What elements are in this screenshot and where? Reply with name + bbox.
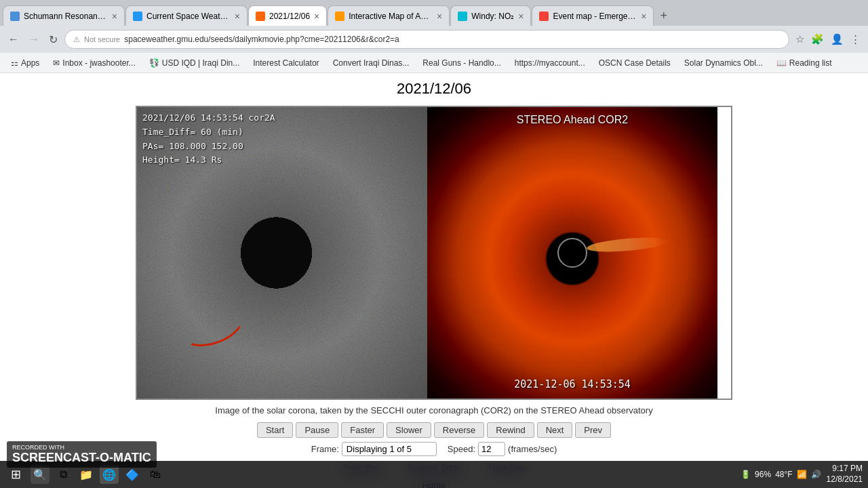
address-bar-row: ← → ↻ ⚠ Not secure spaceweather.gmu.edu/… (0, 26, 868, 53)
tab-title-3: 2021/12/06 (269, 12, 310, 21)
taskview-icon[interactable]: ⧉ (54, 465, 73, 484)
not-secure-label: Not secure (84, 35, 120, 43)
tab-close-1[interactable]: × (112, 11, 117, 22)
bookmark-oscn[interactable]: OSCN Case Details (593, 57, 676, 69)
bookmark-apps[interactable]: ⚏ Apps (5, 57, 45, 69)
extensions-button[interactable]: 🧩 (809, 31, 826, 47)
diff-time-diff: Time_Diff= 60 (min) (142, 125, 275, 140)
tab-2[interactable]: Current Space Weather - S... × (125, 5, 248, 26)
diff-pas: PAs= 108.000 152.00 (142, 140, 275, 154)
frame-input[interactable] (342, 442, 437, 456)
taskbar-icons: 🔍 ⧉ 📁 🌐 🔷 🛍 (31, 465, 165, 484)
bookmark-real-guns[interactable]: Real Guns - Handlo... (417, 57, 506, 69)
slower-button[interactable]: Slower (387, 422, 431, 438)
refresh-button[interactable]: ↻ (46, 30, 60, 49)
diff-overlay-text: 2021/12/06 14:53:54 cor2A Time_Diff= 60 … (142, 111, 275, 167)
tab-title-2: Current Space Weather - S... (146, 12, 231, 21)
fps-label: (frames/sec) (508, 444, 557, 454)
browser-actions: ☆ 🧩 👤 ⋮ (793, 31, 863, 47)
tab-close-3[interactable]: × (314, 11, 319, 22)
inbox-icon: ✉ (53, 58, 60, 68)
controls-buttons-row: Start Pause Faster Slower Reverse Rewind… (257, 422, 611, 438)
menu-button[interactable]: ⋮ (848, 31, 863, 47)
wifi-icon: 📶 (797, 470, 807, 479)
temperature: 48°F (775, 470, 792, 479)
tab-favicon-3 (256, 12, 265, 21)
watermark: RECORDED WITH SCREENCAST-O-MATIC (7, 441, 157, 468)
tabs-row: Schumann Resonance Too... × Current Spac… (0, 0, 868, 26)
battery-level: 96% (755, 470, 771, 479)
profile-button[interactable]: 👤 (829, 31, 846, 47)
images-container: 2021/12/06 14:53:54 cor2A Time_Diff= 60 … (136, 106, 732, 400)
tab-title-5: Windy: NO₂ (471, 12, 514, 21)
tab-close-2[interactable]: × (235, 11, 240, 22)
stereo-occulter-disk (557, 238, 587, 268)
new-tab-button[interactable]: + (654, 6, 673, 26)
system-tray: 🔋 96% 48°F 📶 🔊 (741, 470, 821, 479)
bookmark-myaccount[interactable]: https://myaccount... (509, 57, 591, 69)
currency-icon: 💱 (149, 58, 159, 68)
next-button[interactable]: Next (537, 422, 573, 438)
pause-button[interactable]: Pause (296, 422, 338, 438)
tab-4[interactable]: Interactive Map of Active V... × (328, 5, 450, 26)
tab-favicon-2 (133, 12, 142, 21)
clock-time: 9:17 PM (827, 464, 863, 474)
file-explorer-icon[interactable]: 📁 (77, 465, 96, 484)
watermark-brand: SCREENCAST-O-MATIC (12, 451, 151, 465)
apps-icon: ⚏ (11, 58, 18, 68)
rewind-button[interactable]: Rewind (487, 422, 534, 438)
bookmark-star-button[interactable]: ☆ (793, 31, 806, 47)
tab-favicon-5 (458, 12, 467, 21)
tab-title-6: Event map - Emergency an... (553, 12, 637, 21)
faster-button[interactable]: Faster (341, 422, 384, 438)
forward-button[interactable]: → (26, 30, 42, 48)
reading-list-icon: 📖 (776, 58, 787, 68)
clock-date: 12/8/2021 (827, 474, 863, 485)
tab-3-active[interactable]: 2021/12/06 × (248, 5, 327, 26)
diff-timestamp: 2021/12/06 14:53:54 cor2A (142, 111, 275, 125)
stereo-label: STEREO Ahead COR2 (517, 114, 629, 126)
speed-input[interactable] (478, 442, 505, 456)
tab-5[interactable]: Windy: NO₂ × (450, 5, 531, 26)
watermark-title: RECORDED WITH (12, 444, 151, 451)
tab-favicon-6 (539, 12, 549, 21)
tab-title-4: Interactive Map of Active V... (349, 12, 433, 21)
bookmark-usd-iqd[interactable]: 💱 USD IQD | Iraqi Din... (144, 57, 245, 69)
bookmarks-bar: ⚏ Apps ✉ Inbox - jwashooter... 💱 USD IQD… (0, 53, 868, 73)
stereo-image-bg: STEREO Ahead COR2 2021-12-06 14:53:54 (427, 107, 717, 399)
bookmark-solar-dynamics[interactable]: Solar Dynamics Obl... (679, 57, 768, 69)
reverse-button[interactable]: Reverse (434, 422, 484, 438)
image-caption: Image of the solar corona, taken by the … (215, 405, 652, 415)
bookmark-interest-calc[interactable]: Interest Calculator (248, 57, 324, 69)
address-bar[interactable]: ⚠ Not secure spaceweather.gmu.edu/seeds/… (64, 30, 789, 49)
bookmark-convert-dinar[interactable]: Convert Iraqi Dinas... (328, 57, 415, 69)
tab-6[interactable]: Event map - Emergency an... × (532, 5, 654, 26)
page-content: 2021/12/06 2021/12/06 14:53:54 cor2A Tim… (0, 73, 868, 488)
diff-height: Height= 14.3 Rs (142, 153, 275, 167)
stereo-timestamp: 2021-12-06 14:53:54 (514, 378, 631, 390)
tab-1[interactable]: Schumann Resonance Too... × (3, 5, 125, 26)
store-icon[interactable]: 🛍 (146, 465, 165, 484)
bookmark-inbox[interactable]: ✉ Inbox - jwashooter... (47, 57, 140, 69)
prev-button[interactable]: Prev (575, 422, 611, 438)
diff-image-bg: 2021/12/06 14:53:54 cor2A Time_Diff= 60 … (137, 107, 427, 399)
taskbar-time: 9:17 PM 12/8/2021 (827, 464, 863, 485)
bookmark-reading-list[interactable]: 📖 Reading list (771, 57, 837, 69)
battery-icon: 🔋 (741, 470, 751, 479)
not-secure-icon: ⚠ (73, 35, 80, 44)
search-taskbar-icon[interactable]: 🔍 (31, 465, 50, 484)
start-button[interactable]: Start (257, 422, 293, 438)
frame-label: Frame: (311, 444, 339, 454)
taskbar-right: 🔋 96% 48°F 📶 🔊 9:17 PM 12/8/2021 (741, 464, 863, 485)
tab-close-5[interactable]: × (518, 11, 524, 22)
tab-close-6[interactable]: × (641, 11, 646, 22)
speed-label: Speed: (448, 444, 475, 454)
page-title: 2021/12/06 (397, 80, 471, 98)
back-button[interactable]: ← (5, 30, 22, 48)
edge-icon[interactable]: 🔷 (123, 465, 142, 484)
tab-title-1: Schumann Resonance Too... (24, 12, 108, 21)
chrome-icon[interactable]: 🌐 (100, 465, 119, 484)
left-coronagraph-image: 2021/12/06 14:53:54 cor2A Time_Diff= 60 … (137, 107, 427, 399)
tab-favicon-4 (335, 12, 344, 21)
tab-close-4[interactable]: × (437, 11, 442, 22)
